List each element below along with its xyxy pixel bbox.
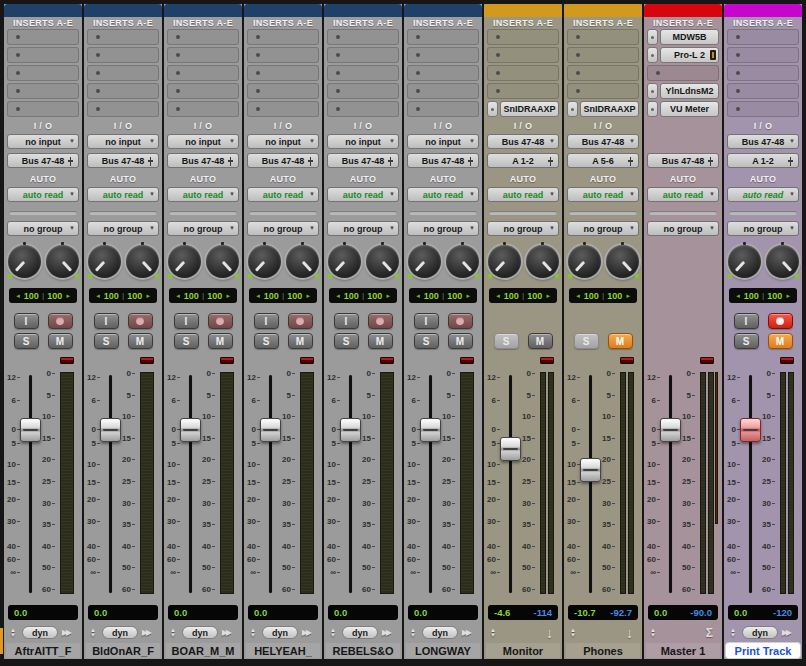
pan-knob-left[interactable]	[248, 245, 281, 278]
insert-power-button[interactable]	[647, 83, 658, 99]
insert-slot-empty[interactable]	[87, 101, 159, 117]
output-selector[interactable]: Bus 47-48	[327, 153, 399, 168]
insert-power-button[interactable]	[647, 47, 658, 63]
track-name[interactable]: Master 1	[646, 643, 720, 658]
volume-stepper[interactable]: ▲▼	[730, 628, 736, 638]
volume-display[interactable]: 0.0-90.0	[648, 605, 718, 620]
solo-button[interactable]: S	[494, 333, 519, 349]
record-arm-button[interactable]	[288, 313, 313, 329]
clip-led[interactable]	[460, 357, 474, 364]
clip-led[interactable]	[300, 357, 314, 364]
fader-cap[interactable]	[580, 458, 601, 482]
fader-cap[interactable]	[20, 418, 41, 442]
group-selector[interactable]: no group▼	[7, 221, 79, 236]
output-selector[interactable]: A 1-2	[487, 153, 559, 168]
mute-button[interactable]: M	[768, 333, 793, 349]
dyn-button[interactable]: dyn	[102, 626, 138, 639]
dyn-button[interactable]: dyn	[422, 626, 458, 639]
solo-button[interactable]: S	[254, 333, 279, 349]
pan-knob-right[interactable]	[446, 245, 479, 278]
dyn-button[interactable]: dyn	[262, 626, 298, 639]
pan-knob-left[interactable]	[568, 245, 601, 278]
insert-slot-empty[interactable]	[487, 83, 559, 99]
insert-slot-empty[interactable]	[247, 83, 319, 99]
insert-slot-empty[interactable]	[167, 29, 239, 45]
dyn-button[interactable]: dyn	[742, 626, 778, 639]
volume-stepper[interactable]: ▲▼	[570, 628, 576, 638]
solo-button[interactable]: S	[414, 333, 439, 349]
volume-display[interactable]: 0.0	[328, 605, 398, 620]
record-arm-button[interactable]	[48, 313, 73, 329]
automation-mode-selector[interactable]: auto read▼	[167, 187, 239, 202]
track-name[interactable]: AftrAITT_F	[6, 643, 80, 658]
input-monitor-button[interactable]: I	[734, 313, 759, 329]
insert-slot-empty[interactable]	[327, 101, 399, 117]
insert-slot-empty[interactable]	[87, 83, 159, 99]
input-selector[interactable]: Bus 47-48▼	[727, 134, 799, 149]
mute-button[interactable]: M	[128, 333, 153, 349]
group-selector[interactable]: no group▼	[487, 221, 559, 236]
clip-led[interactable]	[140, 357, 154, 364]
insert-slot-empty[interactable]	[407, 65, 479, 81]
insert-slot-empty[interactable]	[407, 83, 479, 99]
solo-button[interactable]: S	[94, 333, 119, 349]
dyn-button[interactable]: dyn	[342, 626, 378, 639]
automation-mode-selector[interactable]: auto read▼	[567, 187, 639, 202]
record-arm-button[interactable]	[208, 313, 233, 329]
automation-mode-selector[interactable]: auto read▼	[727, 187, 799, 202]
insert-slot-empty[interactable]	[327, 65, 399, 81]
volume-stepper[interactable]: ▲▼	[250, 628, 256, 638]
volume-stepper[interactable]: ▲▼	[10, 628, 16, 638]
fader-cap[interactable]	[100, 418, 121, 442]
input-selector[interactable]: no input▼	[407, 134, 479, 149]
insert-plugin-button[interactable]: Pro-L 2	[660, 47, 719, 63]
insert-slot-empty[interactable]	[167, 65, 239, 81]
group-selector[interactable]: no group▼	[647, 221, 719, 236]
clip-led[interactable]	[60, 357, 74, 364]
fader-cap[interactable]	[740, 418, 761, 442]
pan-display[interactable]: ◄100|100►	[489, 288, 557, 303]
input-monitor-button[interactable]: I	[174, 313, 199, 329]
group-selector[interactable]: no group▼	[167, 221, 239, 236]
track-name[interactable]: BldOnAR_F	[86, 643, 160, 658]
insert-slot-empty[interactable]	[247, 47, 319, 63]
output-selector[interactable]: A 5-6	[567, 153, 639, 168]
insert-slot-empty[interactable]	[647, 65, 719, 81]
insert-slot-empty[interactable]	[567, 29, 639, 45]
track-name[interactable]: LONGWAY	[406, 643, 480, 658]
group-selector[interactable]: no group▼	[407, 221, 479, 236]
input-monitor-button[interactable]: I	[334, 313, 359, 329]
insert-slot-empty[interactable]	[87, 47, 159, 63]
dyn-button[interactable]: dyn	[182, 626, 218, 639]
insert-slot-empty[interactable]	[247, 101, 319, 117]
insert-slot-empty[interactable]	[167, 47, 239, 63]
track-name[interactable]: Print Track	[726, 643, 800, 658]
clip-led[interactable]	[780, 357, 794, 364]
insert-slot-empty[interactable]	[7, 47, 79, 63]
pan-knob-left[interactable]	[408, 245, 441, 278]
volume-stepper[interactable]: ▲▼	[330, 628, 336, 638]
insert-slot-empty[interactable]	[247, 65, 319, 81]
output-selector[interactable]: Bus 47-48	[407, 153, 479, 168]
volume-stepper[interactable]: ▲▼	[490, 628, 496, 638]
insert-slot-empty[interactable]	[167, 101, 239, 117]
mute-button[interactable]: M	[48, 333, 73, 349]
volume-display[interactable]: 0.0	[8, 605, 78, 620]
volume-display[interactable]: 0.0	[168, 605, 238, 620]
record-arm-button[interactable]	[368, 313, 393, 329]
insert-slot-empty[interactable]	[567, 83, 639, 99]
pan-display[interactable]: ◄100|100►	[329, 288, 397, 303]
mute-button[interactable]: M	[288, 333, 313, 349]
pan-knob-left[interactable]	[328, 245, 361, 278]
output-selector[interactable]: Bus 47-48	[647, 153, 719, 168]
group-selector[interactable]: no group▼	[327, 221, 399, 236]
insert-slot-empty[interactable]	[727, 83, 799, 99]
pan-knob-left[interactable]	[488, 245, 521, 278]
insert-slot-empty[interactable]	[327, 29, 399, 45]
clip-led[interactable]	[220, 357, 234, 364]
solo-button[interactable]: S	[574, 333, 599, 349]
pan-knob-right[interactable]	[766, 245, 799, 278]
insert-slot-empty[interactable]	[327, 47, 399, 63]
insert-slot-empty[interactable]	[727, 47, 799, 63]
pan-display[interactable]: ◄100|100►	[569, 288, 637, 303]
